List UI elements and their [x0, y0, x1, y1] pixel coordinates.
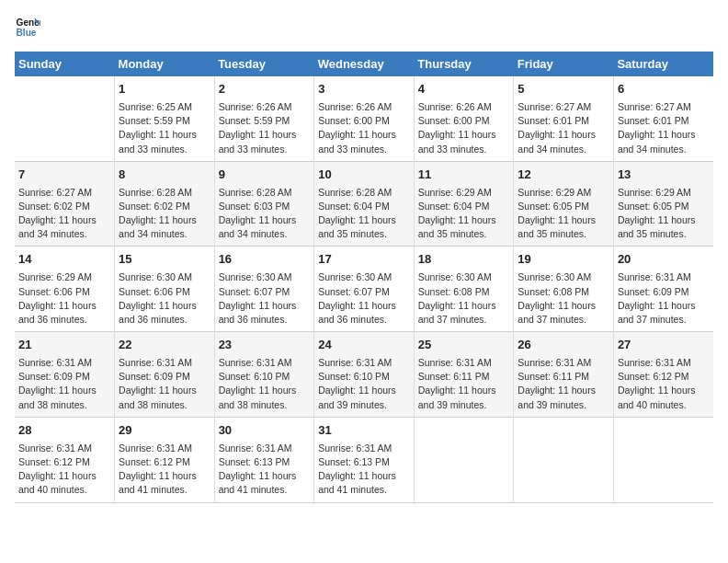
- weekday-header-wednesday: Wednesday: [314, 52, 415, 76]
- day-detail: Sunrise: 6:27 AM Sunset: 6:01 PM Dayligh…: [518, 100, 609, 156]
- week-row-5: 28Sunrise: 6:31 AM Sunset: 6:12 PM Dayli…: [15, 417, 713, 502]
- day-number: 17: [318, 251, 410, 269]
- calendar-cell: 3Sunrise: 6:26 AM Sunset: 6:00 PM Daylig…: [314, 76, 415, 161]
- calendar-cell: 13Sunrise: 6:29 AM Sunset: 6:05 PM Dayli…: [613, 161, 713, 247]
- day-detail: Sunrise: 6:29 AM Sunset: 6:04 PM Dayligh…: [418, 186, 510, 242]
- day-detail: Sunrise: 6:30 AM Sunset: 6:07 PM Dayligh…: [318, 270, 410, 327]
- week-row-1: 1Sunrise: 6:25 AM Sunset: 5:59 PM Daylig…: [15, 76, 713, 161]
- day-detail: Sunrise: 6:31 AM Sunset: 6:09 PM Dayligh…: [18, 356, 110, 412]
- calendar-cell: 6Sunrise: 6:27 AM Sunset: 6:01 PM Daylig…: [613, 76, 713, 161]
- weekday-header-thursday: Thursday: [414, 52, 514, 76]
- day-detail: Sunrise: 6:29 AM Sunset: 6:06 PM Dayligh…: [18, 270, 110, 327]
- day-detail: Sunrise: 6:31 AM Sunset: 6:11 PM Dayligh…: [418, 356, 510, 412]
- calendar-cell: 7Sunrise: 6:27 AM Sunset: 6:02 PM Daylig…: [15, 161, 115, 247]
- calendar-cell: 18Sunrise: 6:30 AM Sunset: 6:08 PM Dayli…: [414, 247, 514, 332]
- day-number: 24: [318, 337, 410, 354]
- day-number: 1: [119, 81, 210, 98]
- svg-text:Blue: Blue: [17, 28, 37, 38]
- calendar-cell: 27Sunrise: 6:31 AM Sunset: 6:12 PM Dayli…: [613, 332, 713, 418]
- day-number: 26: [518, 337, 609, 354]
- day-number: 10: [318, 167, 410, 184]
- day-detail: Sunrise: 6:31 AM Sunset: 6:12 PM Dayligh…: [618, 356, 710, 412]
- day-detail: Sunrise: 6:30 AM Sunset: 6:08 PM Dayligh…: [418, 270, 510, 327]
- day-detail: Sunrise: 6:29 AM Sunset: 6:05 PM Dayligh…: [618, 186, 710, 242]
- day-detail: Sunrise: 6:26 AM Sunset: 6:00 PM Dayligh…: [418, 100, 510, 156]
- day-detail: Sunrise: 6:27 AM Sunset: 6:01 PM Dayligh…: [618, 100, 710, 156]
- day-number: 20: [618, 251, 710, 269]
- calendar-cell: 16Sunrise: 6:30 AM Sunset: 6:07 PM Dayli…: [214, 247, 314, 332]
- day-detail: Sunrise: 6:31 AM Sunset: 6:13 PM Dayligh…: [318, 442, 410, 498]
- page-header: General Blue: [15, 15, 713, 40]
- calendar-cell: [15, 76, 115, 161]
- calendar-cell: 28Sunrise: 6:31 AM Sunset: 6:12 PM Dayli…: [15, 417, 115, 502]
- day-number: 23: [219, 337, 311, 354]
- day-detail: Sunrise: 6:30 AM Sunset: 6:08 PM Dayligh…: [518, 270, 609, 327]
- svg-text:General: General: [17, 17, 40, 28]
- day-number: 8: [119, 167, 210, 184]
- day-detail: Sunrise: 6:31 AM Sunset: 6:09 PM Dayligh…: [618, 270, 710, 327]
- calendar-cell: 23Sunrise: 6:31 AM Sunset: 6:10 PM Dayli…: [214, 332, 314, 418]
- day-detail: Sunrise: 6:28 AM Sunset: 6:03 PM Dayligh…: [219, 186, 311, 242]
- weekday-header-saturday: Saturday: [613, 52, 713, 76]
- calendar-cell: [613, 417, 713, 502]
- day-number: 31: [318, 422, 410, 440]
- calendar-cell: 8Sunrise: 6:28 AM Sunset: 6:02 PM Daylig…: [115, 161, 215, 247]
- day-number: 2: [219, 81, 311, 98]
- day-detail: Sunrise: 6:31 AM Sunset: 6:10 PM Dayligh…: [318, 356, 410, 412]
- day-detail: Sunrise: 6:31 AM Sunset: 6:11 PM Dayligh…: [518, 356, 609, 412]
- calendar-cell: 31Sunrise: 6:31 AM Sunset: 6:13 PM Dayli…: [314, 417, 415, 502]
- week-row-3: 14Sunrise: 6:29 AM Sunset: 6:06 PM Dayli…: [15, 247, 713, 332]
- day-detail: Sunrise: 6:30 AM Sunset: 6:06 PM Dayligh…: [119, 270, 210, 327]
- day-number: 18: [418, 251, 510, 269]
- day-number: 16: [219, 251, 311, 269]
- calendar-cell: 17Sunrise: 6:30 AM Sunset: 6:07 PM Dayli…: [314, 247, 415, 332]
- calendar-cell: 5Sunrise: 6:27 AM Sunset: 6:01 PM Daylig…: [514, 76, 614, 161]
- calendar-cell: 21Sunrise: 6:31 AM Sunset: 6:09 PM Dayli…: [15, 332, 115, 418]
- day-number: 29: [119, 422, 210, 440]
- day-number: 14: [18, 251, 110, 269]
- day-number: 3: [318, 81, 410, 98]
- day-number: 27: [618, 337, 710, 354]
- day-detail: Sunrise: 6:28 AM Sunset: 6:02 PM Dayligh…: [119, 186, 210, 242]
- day-number: 25: [418, 337, 510, 354]
- calendar-cell: 2Sunrise: 6:26 AM Sunset: 5:59 PM Daylig…: [214, 76, 314, 161]
- calendar-cell: 15Sunrise: 6:30 AM Sunset: 6:06 PM Dayli…: [115, 247, 215, 332]
- calendar-table: SundayMondayTuesdayWednesdayThursdayFrid…: [15, 52, 713, 503]
- day-detail: Sunrise: 6:31 AM Sunset: 6:09 PM Dayligh…: [119, 356, 210, 412]
- calendar-cell: 4Sunrise: 6:26 AM Sunset: 6:00 PM Daylig…: [414, 76, 514, 161]
- calendar-cell: 11Sunrise: 6:29 AM Sunset: 6:04 PM Dayli…: [414, 161, 514, 247]
- week-row-4: 21Sunrise: 6:31 AM Sunset: 6:09 PM Dayli…: [15, 332, 713, 418]
- calendar-cell: 20Sunrise: 6:31 AM Sunset: 6:09 PM Dayli…: [613, 247, 713, 332]
- day-number: 12: [518, 167, 609, 184]
- weekday-header-monday: Monday: [115, 52, 215, 76]
- day-number: 21: [18, 337, 110, 354]
- day-number: 11: [418, 167, 510, 184]
- day-detail: Sunrise: 6:25 AM Sunset: 5:59 PM Dayligh…: [119, 100, 210, 156]
- calendar-cell: 9Sunrise: 6:28 AM Sunset: 6:03 PM Daylig…: [214, 161, 314, 247]
- calendar-cell: 10Sunrise: 6:28 AM Sunset: 6:04 PM Dayli…: [314, 161, 415, 247]
- day-detail: Sunrise: 6:26 AM Sunset: 5:59 PM Dayligh…: [219, 100, 311, 156]
- day-number: 30: [219, 422, 311, 440]
- day-detail: Sunrise: 6:29 AM Sunset: 6:05 PM Dayligh…: [518, 186, 609, 242]
- calendar-cell: 30Sunrise: 6:31 AM Sunset: 6:13 PM Dayli…: [214, 417, 314, 502]
- day-detail: Sunrise: 6:31 AM Sunset: 6:13 PM Dayligh…: [219, 442, 311, 498]
- day-detail: Sunrise: 6:28 AM Sunset: 6:04 PM Dayligh…: [318, 186, 410, 242]
- calendar-cell: 1Sunrise: 6:25 AM Sunset: 5:59 PM Daylig…: [115, 76, 215, 161]
- weekday-header-friday: Friday: [514, 52, 614, 76]
- day-number: 5: [518, 81, 609, 98]
- calendar-cell: [514, 417, 614, 502]
- calendar-cell: [414, 417, 514, 502]
- calendar-cell: 12Sunrise: 6:29 AM Sunset: 6:05 PM Dayli…: [514, 161, 614, 247]
- day-detail: Sunrise: 6:31 AM Sunset: 6:12 PM Dayligh…: [119, 442, 210, 498]
- day-number: 13: [618, 167, 710, 184]
- day-number: 22: [119, 337, 210, 354]
- day-detail: Sunrise: 6:26 AM Sunset: 6:00 PM Dayligh…: [318, 100, 410, 156]
- calendar-cell: 22Sunrise: 6:31 AM Sunset: 6:09 PM Dayli…: [115, 332, 215, 418]
- day-number: 6: [618, 81, 710, 98]
- day-number: 9: [219, 167, 311, 184]
- day-number: 15: [119, 251, 210, 269]
- day-number: 28: [18, 422, 110, 440]
- calendar-cell: 29Sunrise: 6:31 AM Sunset: 6:12 PM Dayli…: [115, 417, 215, 502]
- calendar-cell: 14Sunrise: 6:29 AM Sunset: 6:06 PM Dayli…: [15, 247, 115, 332]
- logo: General Blue: [15, 15, 44, 40]
